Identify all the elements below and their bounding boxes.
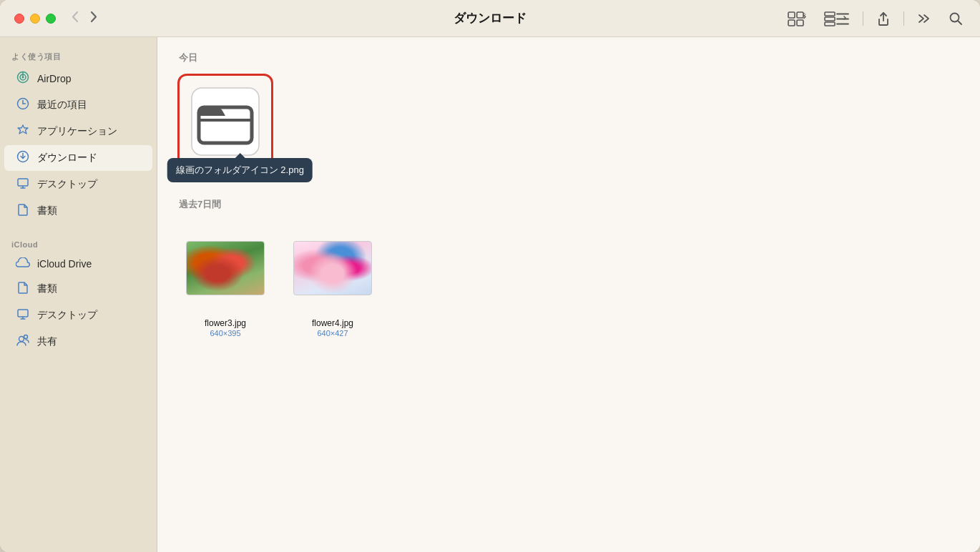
- back-button[interactable]: [67, 8, 83, 29]
- sidebar-item-label-recents: 最近の項目: [37, 99, 87, 112]
- minimize-button[interactable]: [30, 14, 40, 24]
- sidebar-item-recents[interactable]: 最近の項目: [4, 92, 152, 118]
- sidebar-item-icloud-desktop[interactable]: デスクトップ: [4, 302, 152, 328]
- sidebar-item-label-downloads: ダウンロード: [37, 152, 97, 164]
- svg-point-27: [19, 337, 24, 342]
- more-button[interactable]: [911, 9, 937, 28]
- file-dims-folder-icon: 256×256: [210, 168, 240, 177]
- window-title: ダウンロード: [454, 10, 526, 26]
- sidebar-item-desktop[interactable]: デスクトップ: [4, 172, 152, 197]
- search-button[interactable]: [943, 9, 969, 29]
- sidebar-item-applications[interactable]: アプリケーション: [4, 119, 152, 144]
- share-button[interactable]: [871, 8, 896, 29]
- svg-rect-6: [825, 22, 835, 26]
- grid-view-button[interactable]: [781, 8, 813, 29]
- sidebar-item-airdrop[interactable]: AirDrop: [4, 66, 152, 92]
- shared-icon: [16, 334, 30, 350]
- folder-icon-svg: [186, 82, 265, 161]
- toolbar-right: [781, 8, 969, 29]
- file-item-flower4[interactable]: flower4.jpg 640×427: [286, 222, 379, 337]
- today-files-grid: 線画のフォルダアイコン 2.png 256×256: [179, 76, 959, 177]
- svg-rect-0: [788, 12, 795, 18]
- sidebar-item-icloud-shared[interactable]: 共有: [4, 329, 152, 355]
- sidebar-item-documents[interactable]: 書類: [4, 198, 152, 224]
- photo-flower4-preview: [293, 241, 372, 295]
- desktop-icon: [16, 177, 30, 192]
- file-thumbnail-flower4: [287, 222, 378, 314]
- section-today-label: 今日: [179, 51, 959, 64]
- document-icon: [16, 203, 30, 219]
- toolbar-divider: [863, 11, 863, 26]
- content-area: 今日 線画のフォルダアイコン 2.png: [157, 37, 980, 552]
- svg-rect-24: [18, 310, 28, 317]
- svg-rect-1: [797, 12, 803, 18]
- traffic-lights: [14, 14, 56, 24]
- apps-icon: [16, 124, 30, 139]
- icloud-document-icon: [16, 281, 30, 297]
- titlebar: ダウンロード: [0, 0, 980, 37]
- sidebar-item-label-icloud-shared: 共有: [37, 335, 57, 348]
- sidebar-item-label-documents: 書類: [37, 204, 57, 217]
- svg-line-11: [958, 21, 961, 24]
- sidebar-item-label-icloud-documents: 書類: [37, 282, 57, 295]
- file-thumbnail-folder-icon: [180, 76, 271, 167]
- airdrop-icon: [16, 71, 30, 87]
- file-thumbnail-flower3: [180, 222, 271, 314]
- forward-button[interactable]: [86, 8, 102, 29]
- clock-icon: [16, 97, 30, 113]
- file-item-flower3[interactable]: flower3.jpg 640×395: [179, 222, 272, 337]
- sidebar-item-label-icloud-desktop: デスクトップ: [37, 309, 97, 322]
- file-name-flower3: flower3.jpg: [205, 318, 246, 328]
- svg-rect-3: [797, 20, 803, 26]
- finder-window: ダウンロード: [0, 0, 980, 552]
- sidebar-item-label-icloud-drive: iCloud Drive: [37, 258, 92, 270]
- icloud-drive-icon: [16, 257, 30, 270]
- sidebar: よく使う項目 AirDrop: [0, 37, 157, 552]
- icloud-section-header: iCloud: [0, 235, 157, 252]
- svg-rect-2: [788, 20, 795, 26]
- svg-rect-21: [18, 179, 28, 186]
- past-files-grid: flower3.jpg 640×395 flower4.jpg 640×427: [179, 222, 959, 337]
- svg-rect-4: [825, 12, 835, 16]
- file-name-flower4: flower4.jpg: [312, 318, 353, 328]
- maximize-button[interactable]: [46, 14, 56, 24]
- svg-point-28: [24, 335, 28, 339]
- file-dims-flower4: 640×427: [317, 329, 348, 337]
- photo-flower3-preview: [186, 241, 265, 295]
- list-view-button[interactable]: [818, 8, 856, 29]
- download-icon: [16, 150, 30, 166]
- sidebar-item-icloud-drive[interactable]: iCloud Drive: [4, 252, 152, 275]
- toolbar-divider2: [903, 11, 904, 26]
- close-button[interactable]: [14, 14, 24, 24]
- main-layout: よく使う項目 AirDrop: [0, 37, 980, 552]
- sidebar-item-label-desktop: デスクトップ: [37, 178, 97, 191]
- sidebar-item-label-airdrop: AirDrop: [37, 73, 71, 84]
- nav-buttons: [67, 8, 102, 29]
- sidebar-item-downloads[interactable]: ダウンロード: [4, 145, 152, 171]
- icloud-desktop-icon: [16, 307, 30, 323]
- sidebar-item-label-applications: アプリケーション: [37, 125, 117, 138]
- section-past-label: 過去7日間: [179, 198, 959, 211]
- svg-rect-5: [825, 17, 835, 21]
- sidebar-item-icloud-documents[interactable]: 書類: [4, 276, 152, 302]
- favorites-section-header: よく使う項目: [0, 46, 157, 65]
- file-item-folder-icon[interactable]: 線画のフォルダアイコン 2.png 256×256: [179, 76, 272, 177]
- file-dims-flower3: 640×395: [210, 329, 240, 337]
